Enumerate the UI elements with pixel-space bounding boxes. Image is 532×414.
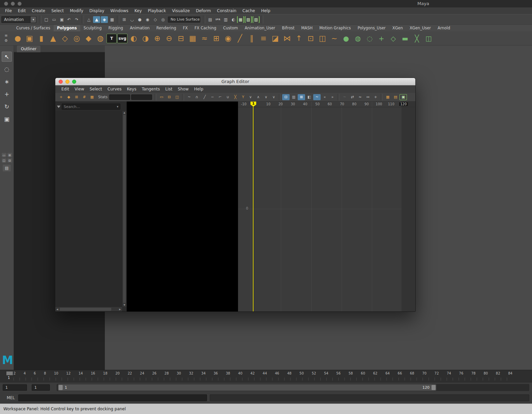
- four-pane-layout-icon[interactable]: ⊞: [7, 153, 12, 157]
- time-slider[interactable]: 1 24681012141618202224262830323436384042…: [0, 370, 532, 383]
- filter-icon[interactable]: [57, 106, 60, 110]
- swap-buffer-curves-icon[interactable]: ⇄: [349, 94, 356, 100]
- unify-tangents-icon[interactable]: Y: [239, 94, 247, 100]
- select-hierarchy-icon[interactable]: △: [85, 16, 92, 23]
- menu-set-dropdown[interactable]: Animation ▾: [1, 16, 36, 23]
- menu-item[interactable]: Curves: [105, 85, 124, 93]
- spline-tangents-icon[interactable]: ~: [185, 94, 193, 100]
- offset-edge-loop-icon[interactable]: ≡: [258, 33, 269, 44]
- shelf-tab[interactable]: Polygons_User: [354, 25, 389, 31]
- flat-tangents-icon[interactable]: ─: [209, 94, 216, 100]
- curve-smoothness-icon[interactable]: ≈: [356, 94, 364, 100]
- select-tool-icon[interactable]: ↖: [2, 52, 12, 62]
- shelf-tab[interactable]: Bifrost: [278, 25, 298, 31]
- snap-to-grid-icon[interactable]: ⊞: [121, 16, 128, 23]
- select-object-icon[interactable]: ▲: [93, 16, 100, 23]
- menu-item[interactable]: Display: [86, 7, 107, 14]
- command-line-output[interactable]: [210, 394, 529, 401]
- boolean-difference-icon[interactable]: ◑: [140, 33, 151, 44]
- stats-time-field[interactable]: [109, 94, 130, 100]
- undo-icon[interactable]: ↶: [65, 16, 72, 23]
- flatten-brush-icon[interactable]: ▬: [400, 33, 411, 44]
- hypershade-icon[interactable]: ▦: [237, 16, 244, 23]
- smooth-brush-icon[interactable]: ◍: [352, 33, 363, 44]
- paint-effects-icon[interactable]: ▨: [245, 16, 252, 23]
- fill-hole-icon[interactable]: ▦: [187, 33, 198, 44]
- time-snap-icon[interactable]: ▥: [290, 94, 297, 100]
- two-pane-layout-icon[interactable]: ⊟: [7, 158, 12, 163]
- break-tangents-icon[interactable]: ╳: [232, 94, 239, 100]
- lattice-deform-keys-tool-icon[interactable]: #: [81, 94, 88, 100]
- playhead-line[interactable]: [253, 102, 254, 311]
- menu-item[interactable]: Select: [48, 7, 67, 14]
- relax-brush-icon[interactable]: ◌: [364, 33, 375, 44]
- new-scene-icon[interactable]: □: [43, 16, 50, 23]
- snap-to-point-icon[interactable]: ●: [136, 16, 143, 23]
- scroll-up-icon[interactable]: ▲: [122, 111, 126, 114]
- poly-type-tool-icon[interactable]: T: [107, 34, 117, 43]
- paint-select-tool-icon[interactable]: ∗: [2, 77, 12, 87]
- animation-start-field[interactable]: 1: [3, 384, 27, 391]
- menu-item[interactable]: Constrain: [214, 7, 240, 14]
- menu-item[interactable]: Key: [131, 7, 145, 14]
- time-ruler[interactable]: -10102030405060708090100110120: [244, 102, 415, 107]
- open-time-editor-icon[interactable]: ▤: [392, 94, 399, 100]
- auto-frame-icon[interactable]: ⊡: [282, 94, 290, 100]
- buffer-curve-snapshot-icon[interactable]: ~: [341, 94, 348, 100]
- free-tangent-weight-icon[interactable]: ∨: [247, 94, 254, 100]
- rotate-tool-icon[interactable]: ↻: [2, 102, 12, 112]
- snap-to-curve-icon[interactable]: ◡: [128, 16, 136, 23]
- menu-item[interactable]: Help: [191, 85, 206, 93]
- template-channels-icon[interactable]: ◧: [305, 94, 313, 100]
- shelf-tab[interactable]: Arnold: [434, 25, 453, 31]
- lasso-tool-icon[interactable]: ◌: [2, 64, 12, 74]
- linear-tangents-icon[interactable]: ╱: [201, 94, 208, 100]
- poly-cube-icon[interactable]: ▣: [24, 33, 35, 44]
- smooth-icon[interactable]: ≈: [199, 33, 210, 44]
- poly-cylinder-icon[interactable]: ▮: [36, 33, 47, 44]
- add-keys-tool-icon[interactable]: ⊞: [73, 94, 80, 100]
- curve-graph-view[interactable]: -10102030405060708090100110120 0 1: [127, 102, 415, 311]
- shelf-tab[interactable]: Polygons: [54, 25, 80, 31]
- live-surface-field[interactable]: No Live Surface: [168, 17, 200, 23]
- region-select-keys-tool-icon[interactable]: ▦: [88, 94, 96, 100]
- close-window-button[interactable]: [4, 2, 8, 6]
- sculpt-mesh-icon[interactable]: ◉: [223, 33, 234, 44]
- fixed-tangents-icon[interactable]: ∨: [262, 94, 270, 100]
- poly-plane-icon[interactable]: ◇: [59, 33, 70, 44]
- shelf-tab[interactable]: Custom: [220, 25, 241, 31]
- poly-prism-icon[interactable]: ◆: [83, 33, 94, 44]
- menu-item[interactable]: Visualize: [169, 7, 193, 14]
- toolbar-separator[interactable]: [117, 16, 119, 24]
- stats-value-field[interactable]: [131, 94, 152, 100]
- command-line-input[interactable]: [18, 394, 207, 401]
- make-live-icon[interactable]: ◎: [159, 16, 167, 23]
- grab-brush-icon[interactable]: +: [376, 33, 387, 44]
- poly-cone-icon[interactable]: ▲: [48, 33, 59, 44]
- shelf-tab[interactable]: Animation: [126, 25, 153, 31]
- zoom-button[interactable]: [72, 80, 76, 84]
- poly-svg-tool-icon[interactable]: svg: [117, 34, 127, 43]
- search-input[interactable]: [62, 105, 117, 109]
- snap-mode-icon[interactable]: ▦: [109, 16, 116, 23]
- vertical-scrollbar[interactable]: ▲ ▼: [122, 111, 126, 307]
- shelf-tab[interactable]: Animation_User: [241, 25, 279, 31]
- persp-outliner-layout-icon[interactable]: ◫: [2, 158, 6, 163]
- menu-item[interactable]: Cache: [239, 7, 258, 14]
- single-pane-layout-icon[interactable]: ▭: [2, 153, 6, 157]
- combine-icon[interactable]: ⊕: [152, 33, 163, 44]
- normalize-curves-icon[interactable]: ~: [313, 94, 321, 100]
- value-snap-icon[interactable]: ⊞: [298, 94, 305, 100]
- redo-icon[interactable]: ↷: [73, 16, 80, 23]
- shelf-tab[interactable]: XGen: [389, 25, 406, 31]
- shelf-tab[interactable]: Rigging: [105, 25, 127, 31]
- insert-edge-loop-icon[interactable]: ∥: [246, 33, 257, 44]
- shelf-tab[interactable]: Rendering: [153, 25, 180, 31]
- open-camera-view-icon[interactable]: ▣: [400, 94, 407, 100]
- shelf-tab[interactable]: FX: [180, 25, 191, 31]
- panel-editor-icon[interactable]: ▤: [3, 165, 11, 171]
- outliner-tab[interactable]: Outliner: [17, 46, 40, 52]
- bridge-icon[interactable]: ⋈: [282, 33, 293, 44]
- scale-tool-icon[interactable]: ▣: [2, 114, 12, 124]
- channel-tree[interactable]: [55, 111, 122, 307]
